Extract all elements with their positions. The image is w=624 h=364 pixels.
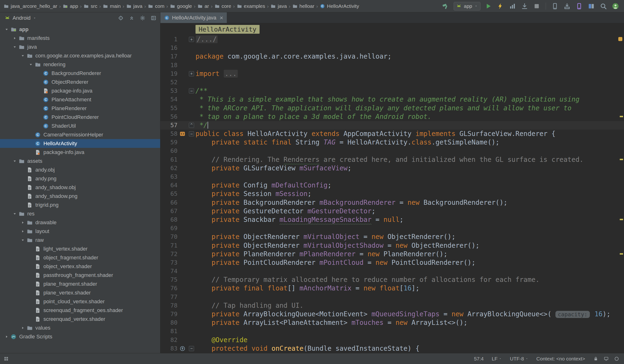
line-number[interactable]: 53 bbox=[160, 87, 178, 95]
tree-item-package-info-java[interactable]: package-info.java bbox=[0, 86, 160, 95]
tree-expand-icon[interactable] bbox=[11, 159, 18, 163]
select-opened-file-button[interactable] bbox=[118, 15, 124, 21]
line-number[interactable]: 19 bbox=[160, 70, 178, 78]
code-line[interactable]: 64 private Config mDefaultConfig; bbox=[160, 181, 624, 190]
code-line[interactable]: 60 bbox=[160, 147, 624, 155]
tree-collapse-icon[interactable] bbox=[20, 229, 26, 234]
line-number[interactable]: 55 bbox=[160, 104, 178, 112]
tree-item-passthrough-fragment-shader[interactable]: passthrough_fragment.shader bbox=[0, 271, 160, 280]
line-number[interactable]: 68 bbox=[160, 215, 178, 224]
code-line[interactable]: 56 * tap on a plane to place a 3d model … bbox=[160, 112, 624, 121]
code-line[interactable]: 59 private static final String TAG = Hel… bbox=[160, 138, 624, 147]
warning-stripe-mark[interactable] bbox=[620, 159, 623, 160]
code-line[interactable]: 19+import ... bbox=[160, 70, 624, 78]
line-number[interactable]: 58 bbox=[160, 130, 178, 138]
tree-item-backgroundrenderer[interactable]: CBackgroundRenderer bbox=[0, 69, 160, 78]
line-number[interactable]: 52 bbox=[160, 78, 178, 87]
code-line[interactable]: 70 private ObjectRenderer mVirtualObject… bbox=[160, 233, 624, 241]
tree-item-package-info-java[interactable]: package-info.java bbox=[0, 148, 160, 156]
run-button[interactable] bbox=[484, 2, 493, 10]
line-separator-widget[interactable]: LF bbox=[492, 356, 502, 362]
code-line[interactable]: 53−/** bbox=[160, 87, 624, 95]
line-number[interactable]: 82 bbox=[160, 336, 178, 344]
display-settings-icon[interactable] bbox=[604, 356, 609, 361]
line-number[interactable]: 69 bbox=[160, 224, 178, 233]
code-line[interactable]: 54 * This is a simple example that shows… bbox=[160, 95, 624, 104]
breadcrumb-item-helloar[interactable]: helloar bbox=[292, 3, 315, 9]
tab-helloaractivity-java[interactable]: C HelloArActivity.java × bbox=[160, 12, 227, 23]
tree-item-raw[interactable]: raw bbox=[0, 236, 160, 244]
line-number[interactable]: 18 bbox=[160, 61, 178, 70]
code-line[interactable]: 69 bbox=[160, 224, 624, 233]
line-number[interactable]: 76 bbox=[160, 284, 178, 293]
line-number[interactable]: 56 bbox=[160, 112, 178, 121]
tree-item-values[interactable]: values bbox=[0, 323, 160, 332]
run-configuration-selector[interactable]: app bbox=[454, 2, 480, 10]
line-number[interactable]: 67 bbox=[160, 207, 178, 215]
code-line[interactable]: 73 private PointCloudRenderer mPointClou… bbox=[160, 259, 624, 267]
tree-item-andy-shadow-obj[interactable]: andy_shadow.obj bbox=[0, 183, 160, 192]
code-line[interactable]: 65 private Session mSession; bbox=[160, 190, 624, 198]
tree-item-andy-png[interactable]: andy.png bbox=[0, 174, 160, 183]
line-number[interactable]: 81 bbox=[160, 327, 178, 336]
warning-stripe-mark[interactable] bbox=[620, 253, 623, 255]
tree-item-app[interactable]: app bbox=[0, 25, 160, 34]
device-manager-button[interactable] bbox=[575, 2, 583, 10]
profile-avatar[interactable] bbox=[611, 2, 620, 10]
tree-expand-icon[interactable] bbox=[11, 211, 18, 216]
write-access-lock-icon[interactable] bbox=[593, 356, 598, 361]
line-number[interactable]: 72 bbox=[160, 250, 178, 259]
code-line[interactable]: 75 // Temporary matrix allocated here to… bbox=[160, 276, 624, 284]
tree-item-andy-obj[interactable]: andy.obj bbox=[0, 165, 160, 174]
tree-item-planeattachment[interactable]: CPlaneAttachment bbox=[0, 95, 160, 104]
code-line[interactable]: 77 bbox=[160, 293, 624, 301]
fold-minus-icon[interactable]: − bbox=[187, 88, 196, 94]
code-editor[interactable]: 1+/.../1617package com.google.ar.core.ex… bbox=[160, 35, 624, 353]
tree-item-com-google-ar-core-examples-java-helloar[interactable]: com.google.ar.core.examples.java.helloar bbox=[0, 51, 160, 60]
breadcrumb-class-chip[interactable]: HelloArActivity bbox=[196, 25, 260, 34]
code-line[interactable]: 58−public class HelloArActivity extends … bbox=[160, 130, 624, 138]
profiler-button[interactable] bbox=[508, 2, 517, 10]
tree-collapse-icon[interactable] bbox=[11, 36, 18, 41]
tree-item-helloaractivity[interactable]: CHelloArActivity bbox=[0, 139, 160, 148]
breadcrumb-item-main[interactable]: main bbox=[103, 3, 121, 9]
tree-item-drawable[interactable]: drawable bbox=[0, 218, 160, 227]
fold-minus-icon[interactable]: − bbox=[187, 346, 196, 351]
fold-plus-icon[interactable]: + bbox=[187, 71, 196, 77]
line-number[interactable]: 71 bbox=[160, 241, 178, 250]
hide-panel-button[interactable] bbox=[151, 15, 156, 21]
tree-item-point-cloud-vertex-shader[interactable]: point_cloud_vertex.shader bbox=[0, 297, 160, 306]
code-line[interactable]: 80 private ArrayList<PlaneAttachment> mT… bbox=[160, 318, 624, 327]
code-line[interactable]: 1+/.../ bbox=[160, 35, 624, 44]
breadcrumb-item-core[interactable]: core bbox=[214, 3, 232, 9]
code-line[interactable]: 63 bbox=[160, 173, 624, 181]
build-project-button[interactable] bbox=[442, 2, 450, 10]
code-line[interactable]: 79 private ArrayBlockingQueue<MotionEven… bbox=[160, 310, 624, 318]
tree-item-andy-shadow-png[interactable]: andy_shadow.png bbox=[0, 192, 160, 201]
tree-item-screenquad-vertex-shader[interactable]: screenquad_vertex.shader bbox=[0, 315, 160, 323]
related-symbol-gutter-icon[interactable] bbox=[178, 131, 187, 137]
tree-expand-icon[interactable] bbox=[20, 238, 26, 242]
code-line[interactable]: 83− protected void onCreate(Bundle saved… bbox=[160, 344, 624, 353]
tree-item-res[interactable]: res bbox=[0, 209, 160, 218]
tree-collapse-icon[interactable] bbox=[20, 220, 26, 225]
tree-expand-icon[interactable] bbox=[27, 62, 34, 67]
line-number[interactable]: 63 bbox=[160, 173, 178, 181]
tree-expand-icon[interactable] bbox=[11, 45, 18, 49]
tree-item-object-vertex-shader[interactable]: object_vertex.shader bbox=[0, 262, 160, 271]
tree-item-screenquad-fragment-oes-shader[interactable]: screenquad_fragment_oes.shader bbox=[0, 306, 160, 315]
line-number[interactable]: 65 bbox=[160, 190, 178, 198]
code-line[interactable]: 55 * the ARCore API. The application wil… bbox=[160, 104, 624, 112]
fold-plus-icon[interactable]: + bbox=[187, 37, 196, 42]
overriding-method-gutter-icon[interactable] bbox=[178, 345, 187, 352]
code-line[interactable]: 67 private GestureDetector mGestureDetec… bbox=[160, 207, 624, 215]
breadcrumb-item-examples[interactable]: examples bbox=[236, 3, 265, 9]
project-view-selector[interactable]: Android bbox=[4, 15, 37, 21]
inspections-indicator[interactable] bbox=[618, 37, 622, 41]
collapse-all-button[interactable] bbox=[129, 15, 134, 21]
line-number[interactable]: 70 bbox=[160, 233, 178, 241]
tree-item-rendering[interactable]: rendering bbox=[0, 60, 160, 69]
code-line[interactable]: 76 private final float[] mAnchorMatrix =… bbox=[160, 284, 624, 293]
line-number[interactable]: 80 bbox=[160, 318, 178, 327]
context-widget[interactable]: Context: <no context> bbox=[536, 356, 585, 362]
